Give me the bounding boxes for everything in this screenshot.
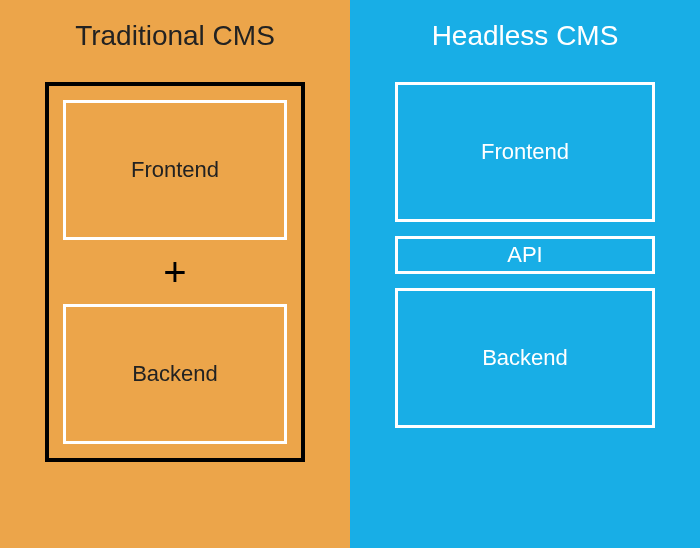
traditional-cms-panel: Traditional CMS Frontend + Backend	[0, 0, 350, 548]
plus-icon: +	[163, 250, 186, 294]
api-box: API	[395, 236, 655, 274]
traditional-title: Traditional CMS	[75, 20, 275, 52]
headless-cms-panel: Headless CMS Frontend API Backend	[350, 0, 700, 548]
headless-stack: Frontend API Backend	[395, 82, 655, 428]
headless-frontend-box: Frontend	[395, 82, 655, 222]
monolith-container: Frontend + Backend	[45, 82, 305, 462]
traditional-backend-box: Backend	[63, 304, 287, 444]
traditional-frontend-box: Frontend	[63, 100, 287, 240]
headless-backend-box: Backend	[395, 288, 655, 428]
headless-title: Headless CMS	[432, 20, 619, 52]
